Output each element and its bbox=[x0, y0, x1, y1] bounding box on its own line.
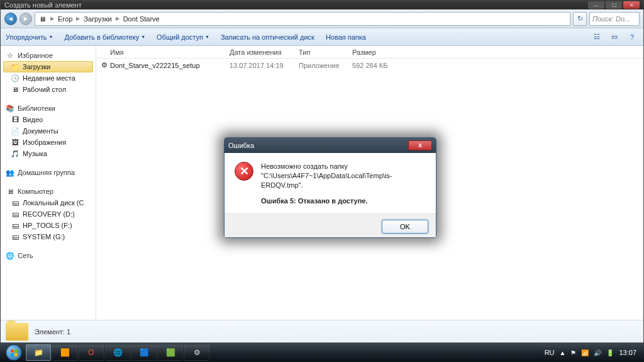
column-date[interactable]: Дата изменения bbox=[230, 48, 299, 56]
breadcrumb-item[interactable]: Егор bbox=[58, 15, 72, 23]
toolbar-share-label: Общий доступ bbox=[157, 33, 203, 41]
sidebar-label: Сеть bbox=[18, 252, 33, 259]
view-options-button[interactable]: ☷ bbox=[591, 31, 603, 43]
taskbar: 📁 🟧 O 🌐 🟦 🟩 ⚙ RU ▲ ⚑ 📶 🔊 🔋 13:07 bbox=[0, 343, 644, 362]
toolbar-newfolder[interactable]: Новая папка bbox=[326, 33, 366, 41]
sidebar-recovery-disk[interactable]: 🖴RECOVERY (D:) bbox=[3, 208, 93, 220]
drive-icon: 🖴 bbox=[11, 210, 19, 218]
breadcrumb-item[interactable]: Загрузки bbox=[84, 15, 111, 23]
breadcrumb-sep-icon: ▶ bbox=[76, 16, 80, 21]
breadcrumb-bar[interactable]: 🖥 ▶ Егор ▶ Загрузки ▶ Dont Starve bbox=[35, 12, 570, 26]
drive-icon: 🖴 bbox=[11, 221, 19, 230]
dialog-line2: "C:\Users\A4F7~1\AppData\Local\Temp\is-E… bbox=[261, 172, 392, 189]
column-name[interactable]: Имя bbox=[110, 48, 230, 56]
taskbar-explorer[interactable]: 📁 bbox=[26, 344, 51, 361]
sidebar-hptools-disk[interactable]: 🖴HP_TOOLS (F:) bbox=[3, 220, 93, 231]
dialog-title: Ошибка bbox=[228, 142, 254, 149]
sidebar-local-disk[interactable]: 🖴Локальный диск (C bbox=[3, 197, 93, 208]
taskbar-app[interactable]: ⚙ bbox=[184, 344, 209, 361]
toolbar-include[interactable]: Добавить в библиотеку▼ bbox=[64, 33, 145, 41]
sidebar-label: Библиотеки bbox=[18, 105, 55, 112]
nav-forward-button[interactable]: ► bbox=[19, 13, 32, 25]
chevron-down-icon: ▼ bbox=[205, 35, 209, 39]
file-name: Dont_Starve_v222215_setup bbox=[110, 62, 230, 69]
network-icon: 🌐 bbox=[6, 251, 14, 260]
video-icon: 🎞 bbox=[11, 115, 19, 124]
tray-flag-icon[interactable]: ⚑ bbox=[570, 349, 576, 356]
breadcrumb-sep-icon: ▶ bbox=[50, 16, 54, 21]
sidebar-music[interactable]: 🎵Музыка bbox=[3, 148, 93, 159]
application-icon: ⚙ bbox=[99, 61, 110, 69]
sidebar-label: Компьютер bbox=[18, 188, 53, 195]
toolbar-organize[interactable]: Упорядочить▼ bbox=[6, 33, 53, 41]
sidebar-label: Локальный диск (C bbox=[23, 199, 84, 206]
search-input[interactable]: Поиск: Do... bbox=[589, 12, 640, 26]
breadcrumb-item[interactable]: Dont Starve bbox=[123, 15, 160, 23]
window-tab-title: Создать новый элемент bbox=[4, 1, 82, 9]
dialog-close-button[interactable]: X bbox=[408, 140, 432, 150]
taskbar-opera[interactable]: O bbox=[79, 344, 104, 361]
toolbar-share[interactable]: Общий доступ▼ bbox=[157, 33, 209, 41]
tray-clock[interactable]: 13:07 bbox=[619, 349, 636, 356]
sidebar-desktop[interactable]: 🖥Рабочий стол bbox=[3, 84, 93, 95]
sidebar-label: Загрузки bbox=[23, 63, 50, 71]
column-size[interactable]: Размер bbox=[352, 48, 428, 56]
error-icon: ✕ bbox=[235, 162, 253, 181]
toolbar-include-label: Добавить в библиотеку bbox=[64, 33, 139, 41]
window-titlebar: Создать новый элемент — ☐ ✕ bbox=[1, 1, 643, 9]
file-date: 13.07.2017 14:19 bbox=[230, 62, 299, 69]
sidebar-label: Документы bbox=[23, 127, 58, 135]
sidebar-label: HP_TOOLS (F:) bbox=[23, 222, 72, 229]
sidebar-label: Изображения bbox=[23, 139, 66, 146]
sidebar-video[interactable]: 🎞Видео bbox=[3, 114, 93, 125]
star-icon: ☆ bbox=[6, 51, 14, 60]
recent-icon: 🕓 bbox=[11, 74, 19, 82]
start-button[interactable] bbox=[3, 344, 25, 361]
sidebar-recent[interactable]: 🕓Недавние места bbox=[3, 72, 93, 84]
toolbar-burn[interactable]: Записать на оптический диск bbox=[221, 33, 314, 41]
folder-icon: 📁 bbox=[11, 62, 19, 71]
dialog-message: Невозможно создать папку "C:\Users\A4F7~… bbox=[261, 162, 426, 207]
sidebar-pictures[interactable]: 🖼Изображения bbox=[3, 137, 93, 148]
dialog-ok-button[interactable]: OK bbox=[382, 220, 428, 234]
taskbar-app[interactable]: 🟧 bbox=[52, 344, 77, 361]
sidebar-favorites-header[interactable]: ☆Избранное bbox=[3, 50, 93, 61]
column-type[interactable]: Тип bbox=[299, 48, 352, 56]
preview-pane-button[interactable]: ▭ bbox=[608, 31, 621, 43]
tray-arrow-icon[interactable]: ▲ bbox=[560, 349, 566, 356]
sidebar-downloads[interactable]: 📁Загрузки bbox=[3, 61, 93, 72]
tray-volume-icon[interactable]: 🔊 bbox=[594, 349, 601, 356]
nav-back-button[interactable]: ◄ bbox=[4, 13, 17, 25]
address-bar-row: ◄ ► 🖥 ▶ Егор ▶ Загрузки ▶ Dont Starve ↻ … bbox=[1, 9, 643, 28]
file-type: Приложение bbox=[299, 62, 352, 69]
taskbar-chrome[interactable]: 🌐 bbox=[105, 344, 130, 361]
refresh-button[interactable]: ↻ bbox=[573, 12, 587, 26]
sidebar-label: Видео bbox=[23, 116, 43, 123]
taskbar-app[interactable]: 🟩 bbox=[158, 344, 183, 361]
dialog-line1: Невозможно создать папку bbox=[261, 162, 348, 170]
sidebar-system-disk[interactable]: 🖴SYSTEM (G:) bbox=[3, 231, 93, 242]
document-icon: 📄 bbox=[11, 127, 19, 135]
library-icon: 📚 bbox=[6, 104, 14, 113]
sidebar-documents[interactable]: 📄Документы bbox=[3, 125, 93, 137]
sidebar-libraries-header[interactable]: 📚Библиотеки bbox=[3, 103, 93, 114]
sidebar-label: Домашняя группа bbox=[18, 169, 75, 176]
sidebar-network[interactable]: 🌐Сеть bbox=[3, 250, 93, 261]
maximize-button[interactable]: ☐ bbox=[606, 1, 622, 9]
dialog-titlebar: Ошибка X bbox=[225, 138, 436, 153]
sidebar-computer-header[interactable]: 🖥Компьютер bbox=[3, 186, 93, 197]
desktop-icon: 🖥 bbox=[11, 85, 19, 94]
close-button[interactable]: ✕ bbox=[623, 1, 640, 9]
file-row[interactable]: ⚙ Dont_Starve_v222215_setup 13.07.2017 1… bbox=[96, 59, 643, 72]
sidebar-label: Недавние места bbox=[23, 74, 75, 82]
tray-network-icon[interactable]: 📶 bbox=[581, 349, 589, 356]
tray-lang[interactable]: RU bbox=[545, 349, 555, 356]
sidebar-label: SYSTEM (G:) bbox=[23, 233, 65, 240]
sidebar-label: Избранное bbox=[18, 52, 53, 59]
help-button[interactable]: ? bbox=[626, 31, 638, 43]
sidebar-homegroup[interactable]: 👥Домашняя группа bbox=[3, 167, 93, 178]
picture-icon: 🖼 bbox=[11, 138, 19, 147]
taskbar-app[interactable]: 🟦 bbox=[131, 344, 157, 361]
tray-battery-icon[interactable]: 🔋 bbox=[606, 349, 614, 356]
minimize-button[interactable]: — bbox=[588, 1, 604, 9]
